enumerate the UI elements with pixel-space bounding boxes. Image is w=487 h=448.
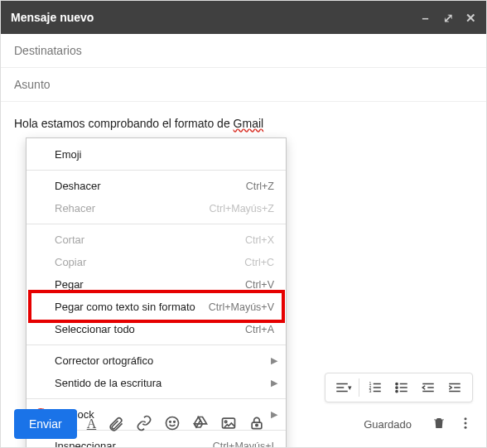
ctx-direction[interactable]: Sentido de la escritura▶: [27, 372, 286, 394]
ctx-select-all[interactable]: Seleccionar todoCtrl+A: [27, 318, 286, 340]
svg-point-10: [225, 421, 228, 423]
ctx-inspect-shortcut: Ctrl+Mayús+I: [213, 441, 274, 449]
window-title: Mensaje nuevo: [11, 11, 94, 24]
ctx-paste-label: Pegar: [55, 278, 84, 291]
expand-icon[interactable]: ⤢: [443, 12, 454, 24]
ctx-separator: [27, 170, 286, 171]
svg-point-3: [396, 383, 398, 384]
ctx-redo-shortcut: Ctrl+Mayús+Z: [210, 203, 275, 214]
ctx-paste-shortcut: Ctrl+V: [245, 279, 274, 291]
ctx-paste-plain-shortcut: Ctrl+Mayús+V: [209, 301, 274, 313]
emoji-icon[interactable]: [164, 415, 181, 434]
minimize-icon[interactable]: －: [419, 12, 432, 24]
svg-text:3: 3: [369, 388, 372, 393]
ctx-emoji[interactable]: Emoji: [27, 143, 286, 166]
ctx-copy-label: Copiar: [55, 256, 86, 268]
ctx-cut: CortarCtrl+X: [27, 229, 286, 251]
close-icon[interactable]: ✕: [465, 12, 476, 24]
ctx-select-all-label: Seleccionar todo: [55, 323, 135, 335]
compose-right-icons: [432, 416, 473, 433]
numbered-list-button[interactable]: 123: [363, 376, 388, 399]
svg-point-13: [465, 417, 467, 420]
ctx-inspect-label: Inspeccionar: [55, 440, 116, 448]
context-menu: Emoji DeshacerCtrl+Z RehacerCtrl+Mayús+Z…: [26, 137, 287, 448]
body-link-text: Gmail: [234, 117, 264, 130]
window-controls: － ⤢ ✕: [419, 12, 476, 24]
ctx-undo-shortcut: Ctrl+Z: [246, 181, 274, 192]
submenu-arrow-icon: ▶: [271, 355, 277, 366]
dropdown-caret-icon: ▾: [348, 383, 352, 392]
svg-point-6: [166, 417, 179, 429]
recipients-field[interactable]: Destinatarios: [1, 34, 486, 68]
link-icon[interactable]: [136, 415, 152, 434]
ctx-paste-plain[interactable]: Pegar como texto sin formatoCtrl+Mayús+V: [27, 296, 286, 318]
compose-window: Mensaje nuevo － ⤢ ✕ Destinatarios Asunto…: [0, 0, 487, 448]
titlebar: Mensaje nuevo － ⤢ ✕: [1, 1, 486, 34]
image-icon[interactable]: [220, 415, 237, 434]
svg-point-12: [256, 424, 258, 426]
svg-point-7: [170, 421, 171, 422]
indent-more-button[interactable]: [442, 376, 467, 399]
ctx-separator: [27, 224, 286, 224]
subject-placeholder: Asunto: [14, 78, 51, 91]
attach-icon[interactable]: [108, 415, 124, 434]
ctx-redo-label: Rehacer: [55, 202, 95, 214]
svg-point-15: [465, 426, 467, 428]
drive-icon[interactable]: [192, 415, 209, 434]
svg-point-4: [396, 387, 398, 388]
ctx-redo: RehacerCtrl+Mayús+Z: [27, 197, 286, 219]
send-button[interactable]: Enviar: [14, 409, 77, 439]
ctx-undo-label: Deshacer: [55, 180, 101, 192]
subject-field[interactable]: Asunto: [1, 68, 486, 102]
more-options-icon[interactable]: [458, 416, 473, 433]
ctx-emoji-label: Emoji: [55, 148, 82, 161]
ctx-separator: [27, 398, 286, 399]
ctx-paste[interactable]: PegarCtrl+V: [27, 273, 286, 296]
svg-point-8: [174, 421, 176, 422]
discard-icon[interactable]: [432, 416, 446, 433]
ctx-select-all-shortcut: Ctrl+A: [245, 324, 274, 335]
ctx-separator: [27, 344, 286, 345]
ctx-undo[interactable]: DeshacerCtrl+Z: [27, 175, 286, 197]
ctx-cut-label: Cortar: [55, 234, 84, 246]
bulleted-list-button[interactable]: [389, 376, 414, 399]
indent-less-button[interactable]: [416, 376, 441, 399]
saved-label: Guardado: [364, 418, 412, 431]
submenu-arrow-icon: ▶: [271, 378, 277, 388]
ctx-paste-plain-label: Pegar como texto sin formato: [55, 301, 195, 313]
svg-point-5: [396, 390, 398, 392]
formatting-toggle-icon[interactable]: A: [87, 417, 97, 431]
ctx-spellcheck-label: Corrector ortográfico: [55, 354, 153, 367]
align-button[interactable]: ▾: [330, 376, 355, 399]
ctx-copy-shortcut: Ctrl+C: [244, 257, 274, 268]
ctx-copy: CopiarCtrl+C: [27, 251, 286, 273]
send-button-label: Enviar: [29, 417, 62, 431]
lock-icon[interactable]: [248, 415, 265, 434]
formatting-toolbar: ▾ 123: [325, 373, 473, 402]
ctx-spellcheck[interactable]: Corrector ortográfico▶: [27, 349, 286, 372]
ctx-direction-label: Sentido de la escritura: [55, 377, 162, 389]
svg-point-14: [465, 422, 467, 424]
message-body[interactable]: Hola estamos comprobando el formato de G…: [1, 102, 486, 130]
body-text: Hola estamos comprobando el formato de: [14, 117, 234, 130]
ctx-cut-shortcut: Ctrl+X: [245, 234, 274, 246]
recipients-placeholder: Destinatarios: [14, 44, 82, 57]
send-row: Enviar A Guardado: [14, 409, 473, 439]
compose-icon-row: A: [87, 415, 266, 434]
toolbar-separator: [359, 378, 359, 397]
